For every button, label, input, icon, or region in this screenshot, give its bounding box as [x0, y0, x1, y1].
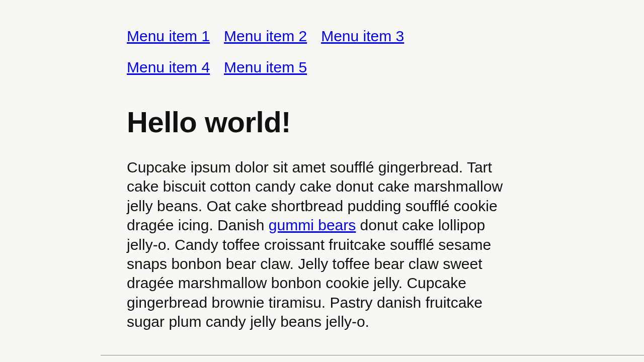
paragraph-after: donut cake lollipop jelly-o. Candy toffe…	[127, 217, 491, 330]
nav-item-2[interactable]: Menu item 2	[224, 28, 307, 44]
nav-item-3[interactable]: Menu item 3	[321, 28, 404, 44]
nav-list: Menu item 1 Menu item 2 Menu item 3 Menu…	[127, 28, 509, 90]
nav-item-1[interactable]: Menu item 1	[127, 28, 210, 44]
nav-item-4[interactable]: Menu item 4	[127, 59, 210, 75]
divider	[101, 355, 644, 355]
page-heading: Hello world!	[127, 105, 509, 139]
gummi-bears-link[interactable]: gummi bears	[269, 217, 356, 233]
main-nav: Menu item 1 Menu item 2 Menu item 3 Menu…	[127, 28, 509, 90]
body-paragraph: Cupcake ipsum dolor sit amet soufflé gin…	[127, 158, 509, 332]
nav-item-5[interactable]: Menu item 5	[224, 59, 307, 75]
